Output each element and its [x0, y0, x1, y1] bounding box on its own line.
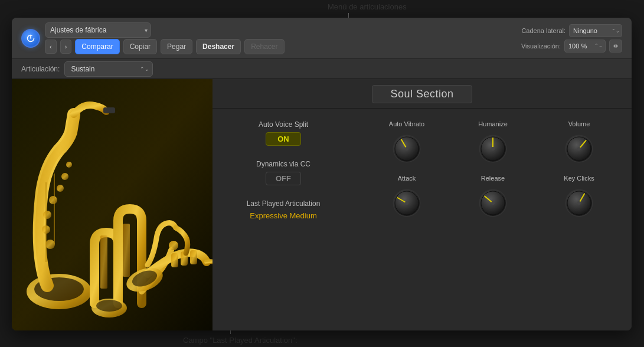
controls-panel: Soul Section Auto Voice Split ON Dynamic…: [213, 79, 632, 330]
paste-button[interactable]: Pegar: [161, 39, 192, 54]
link-icon[interactable]: [609, 40, 622, 53]
svg-point-10: [57, 185, 64, 192]
side-chain-label: Cadena lateral:: [521, 27, 565, 34]
preset-select[interactable]: Ajustes de fábrica: [45, 22, 151, 38]
svg-rect-5: [103, 107, 115, 113]
auto-voice-split-label: Auto Voice Split: [259, 120, 308, 129]
knob-0[interactable]: [390, 132, 423, 165]
soul-section-title: Soul Section: [372, 85, 472, 103]
power-button[interactable]: [21, 29, 40, 48]
svg-point-6: [45, 240, 55, 249]
knob-label-2: Volume: [568, 120, 590, 127]
side-chain-select[interactable]: Ninguno: [569, 24, 622, 37]
soul-section-title-area: Soul Section: [213, 79, 632, 109]
toolbar-right: Cadena lateral: Ninguno Visualización: 1…: [521, 24, 622, 53]
left-controls: Auto Voice Split ON Dynamics via CC OFF …: [213, 114, 354, 325]
knob-5[interactable]: [563, 186, 596, 220]
knob-label-4: Release: [481, 175, 505, 182]
svg-rect-20: [171, 253, 178, 267]
knob-4[interactable]: [476, 186, 509, 220]
knob-group-3: Attack: [366, 175, 447, 220]
knob-2[interactable]: [563, 132, 596, 165]
svg-rect-18: [123, 224, 130, 277]
annotation-bottom-label: Campo "Last Played Articulation":: [183, 336, 298, 345]
preset-select-wrapper[interactable]: Ajustes de fábrica: [45, 22, 151, 38]
knob-group-2: Volume: [538, 120, 620, 165]
articulation-label: Articulación:: [21, 65, 60, 73]
controls-body: Auto Voice Split ON Dynamics via CC OFF …: [213, 109, 632, 330]
toolbar-row-1: Ajustes de fábrica: [45, 22, 285, 38]
instrument-panel: [12, 79, 213, 330]
zoom-label: Visualización:: [521, 42, 561, 50]
svg-point-45: [405, 201, 408, 205]
zoom-row: Visualización: 100 %: [521, 40, 622, 53]
knob-group-4: Release: [452, 175, 534, 220]
copy-button[interactable]: Copiar: [123, 39, 157, 54]
svg-point-40: [577, 147, 581, 150]
dynamics-via-cc-label: Dynamics via CC: [256, 160, 310, 168]
side-chain-row: Cadena lateral: Ninguno: [521, 24, 622, 37]
last-played-label: Last Played Articulation: [247, 199, 321, 208]
last-played-value: Expressive Medium: [250, 211, 316, 220]
redo-button[interactable]: Rehacer: [244, 39, 284, 54]
articulation-select[interactable]: Sustain: [64, 61, 153, 77]
svg-point-19: [169, 241, 178, 250]
compare-button[interactable]: Comparar: [75, 39, 119, 54]
plugin-window: Ajustes de fábrica ‹ › Comparar Copiar P…: [12, 18, 632, 330]
annotation-top-label: Menú de articulaciones: [328, 2, 407, 11]
side-chain-select-wrapper[interactable]: Ninguno: [569, 24, 622, 37]
main-content: Soul Section Auto Voice Split ON Dynamic…: [12, 79, 632, 330]
nav-forward-button[interactable]: ›: [60, 40, 72, 54]
svg-rect-17: [100, 235, 107, 289]
knob-group-5: Key Clicks: [538, 175, 620, 220]
toolbar-inner: Ajustes de fábrica ‹ › Comparar Copiar P…: [45, 22, 285, 54]
zoom-value: 100 %: [568, 42, 587, 50]
svg-rect-22: [190, 250, 197, 264]
svg-point-9: [49, 196, 57, 204]
svg-point-12: [66, 162, 72, 168]
svg-point-50: [491, 201, 495, 205]
svg-point-8: [43, 211, 51, 219]
knob-3[interactable]: [390, 186, 423, 220]
toolbar: Ajustes de fábrica ‹ › Comparar Copiar P…: [12, 18, 632, 59]
svg-point-11: [61, 173, 68, 180]
svg-point-30: [405, 147, 408, 150]
knob-label-5: Key Clicks: [564, 175, 594, 182]
nav-back-button[interactable]: ‹: [45, 40, 57, 54]
auto-voice-split-group: Auto Voice Split ON: [224, 120, 342, 146]
svg-point-55: [577, 201, 581, 205]
zoom-control[interactable]: 100 %: [564, 40, 606, 53]
toolbar-row-2: ‹ › Comparar Copiar Pegar Deshacer Rehac…: [45, 39, 285, 54]
knob-group-0: Auto Vibrato: [366, 120, 447, 165]
last-played-group: Last Played Articulation Expressive Medi…: [224, 199, 342, 220]
auto-voice-split-toggle[interactable]: ON: [266, 132, 301, 146]
knob-label-1: Humanize: [478, 120, 508, 127]
knobs-grid: Auto Vibrato Humanize: [354, 114, 632, 325]
svg-point-35: [491, 147, 495, 150]
dynamics-via-cc-group: Dynamics via CC OFF: [224, 160, 342, 185]
knob-group-1: Humanize: [452, 120, 534, 165]
undo-button[interactable]: Deshacer: [196, 39, 241, 54]
articulation-bar: Articulación: Sustain: [12, 59, 632, 79]
knob-label-3: Attack: [398, 175, 416, 182]
dynamics-via-cc-toggle[interactable]: OFF: [266, 172, 301, 185]
articulation-select-wrapper[interactable]: Sustain: [64, 61, 153, 77]
knob-label-0: Auto Vibrato: [389, 120, 424, 127]
knob-1[interactable]: [476, 132, 509, 165]
svg-point-16: [96, 300, 122, 312]
